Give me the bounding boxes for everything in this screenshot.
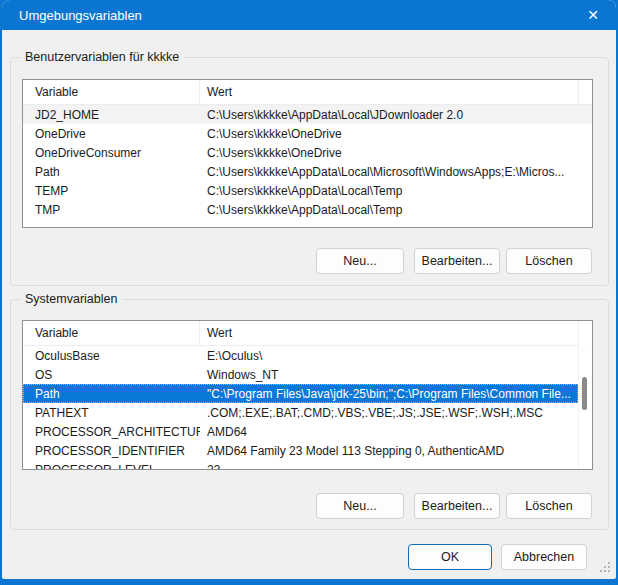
user-delete-button[interactable]: Löschen bbox=[506, 248, 592, 274]
column-header-variable[interactable]: Variable bbox=[23, 321, 200, 345]
cell-variable: TEMP bbox=[23, 184, 200, 198]
cell-value: 23 bbox=[200, 463, 592, 471]
column-header-value[interactable]: Wert bbox=[200, 80, 579, 104]
cell-variable: PROCESSOR_IDENTIFIER bbox=[23, 444, 200, 458]
column-header-value[interactable]: Wert bbox=[200, 321, 579, 345]
table-row[interactable]: OculusBase E:\Oculus\ bbox=[23, 346, 592, 365]
cell-value: AMD64 Family 23 Model 113 Stepping 0, Au… bbox=[200, 444, 592, 458]
window-title: Umgebungsvariablen bbox=[19, 8, 142, 23]
system-edit-button[interactable]: Bearbeiten... bbox=[414, 493, 500, 519]
cell-variable: Path bbox=[23, 387, 200, 401]
cell-variable: TMP bbox=[23, 203, 200, 217]
resize-grip[interactable] bbox=[598, 560, 610, 572]
system-delete-button[interactable]: Löschen bbox=[506, 493, 592, 519]
cell-value: C:\Users\kkkke\AppData\Local\Temp bbox=[200, 203, 592, 217]
cell-value: C:\Users\kkkke\AppData\Local\Microsoft\W… bbox=[200, 165, 592, 179]
cell-value: E:\Oculus\ bbox=[200, 349, 592, 363]
cell-value: AMD64 bbox=[200, 425, 592, 439]
cell-value: C:\Users\kkkke\OneDrive bbox=[200, 127, 592, 141]
system-variables-table[interactable]: Variable Wert OculusBase E:\Oculus\ OS W… bbox=[22, 320, 593, 470]
cell-value: "C:\Program Files\Java\jdk-25\bin;";C:\P… bbox=[200, 387, 578, 401]
cell-variable: PATHEXT bbox=[23, 406, 200, 420]
close-icon: ✕ bbox=[587, 7, 599, 23]
cell-variable: OneDriveConsumer bbox=[23, 146, 200, 160]
column-header-variable[interactable]: Variable bbox=[23, 80, 200, 104]
user-variables-legend: Benutzervariablen für kkkke bbox=[20, 50, 184, 64]
table-row[interactable]: PROCESSOR_ARCHITECTURE AMD64 bbox=[23, 422, 592, 441]
table-row[interactable]: OneDriveConsumer C:\Users\kkkke\OneDrive bbox=[23, 143, 592, 162]
title-bar: Umgebungsvariablen bbox=[2, 0, 616, 30]
environment-variables-dialog: Umgebungsvariablen ✕ Benutzervariablen f… bbox=[2, 0, 616, 579]
table-row[interactable]: OS Windows_NT bbox=[23, 365, 592, 384]
user-edit-button[interactable]: Bearbeiten... bbox=[414, 248, 500, 274]
cell-variable: OS bbox=[23, 368, 200, 382]
user-variables-table[interactable]: Variable Wert JD2_HOME C:\Users\kkkke\Ap… bbox=[22, 79, 593, 228]
close-button[interactable]: ✕ bbox=[570, 0, 616, 30]
cell-value: C:\Users\kkkke\AppData\Local\Temp bbox=[200, 184, 592, 198]
table-row[interactable]: OneDrive C:\Users\kkkke\OneDrive bbox=[23, 124, 592, 143]
cell-value: C:\Users\kkkke\OneDrive bbox=[200, 146, 592, 160]
scrollbar-thumb[interactable] bbox=[582, 377, 587, 410]
table-row[interactable]: TEMP C:\Users\kkkke\AppData\Local\Temp bbox=[23, 181, 592, 200]
cell-variable: PROCESSOR_ARCHITECTURE bbox=[23, 425, 200, 439]
cell-value: Windows_NT bbox=[200, 368, 592, 382]
table-row[interactable]: Path C:\Users\kkkke\AppData\Local\Micros… bbox=[23, 162, 592, 181]
cancel-button[interactable]: Abbrechen bbox=[501, 544, 587, 570]
cell-value: .COM;.EXE;.BAT;.CMD;.VBS;.VBE;.JS;.JSE;.… bbox=[200, 406, 592, 420]
cell-variable: OneDrive bbox=[23, 127, 200, 141]
table-row[interactable]: JD2_HOME C:\Users\kkkke\AppData\Local\JD… bbox=[23, 105, 592, 124]
cell-variable: JD2_HOME bbox=[23, 108, 200, 122]
cell-value: C:\Users\kkkke\AppData\Local\JDownloader… bbox=[200, 108, 592, 122]
table-row[interactable]: PROCESSOR_LEVEL 23 bbox=[23, 460, 592, 470]
system-variables-legend: Systemvariablen bbox=[20, 292, 122, 306]
cell-variable: OculusBase bbox=[23, 349, 200, 363]
cell-variable: Path bbox=[23, 165, 200, 179]
user-new-button[interactable]: Neu... bbox=[316, 248, 404, 274]
table-row[interactable]: TMP C:\Users\kkkke\AppData\Local\Temp bbox=[23, 200, 592, 219]
vertical-scrollbar[interactable] bbox=[578, 322, 591, 468]
system-new-button[interactable]: Neu... bbox=[316, 493, 404, 519]
table-row-selected[interactable]: Path "C:\Program Files\Java\jdk-25\bin;"… bbox=[23, 384, 578, 403]
user-table-header: Variable Wert bbox=[23, 80, 592, 105]
header-gutter bbox=[579, 80, 592, 104]
table-row[interactable]: PROCESSOR_IDENTIFIER AMD64 Family 23 Mod… bbox=[23, 441, 592, 460]
cell-variable: PROCESSOR_LEVEL bbox=[23, 463, 200, 471]
ok-button[interactable]: OK bbox=[408, 544, 492, 570]
table-row[interactable]: PATHEXT .COM;.EXE;.BAT;.CMD;.VBS;.VBE;.J… bbox=[23, 403, 592, 422]
system-table-header: Variable Wert bbox=[23, 321, 592, 346]
